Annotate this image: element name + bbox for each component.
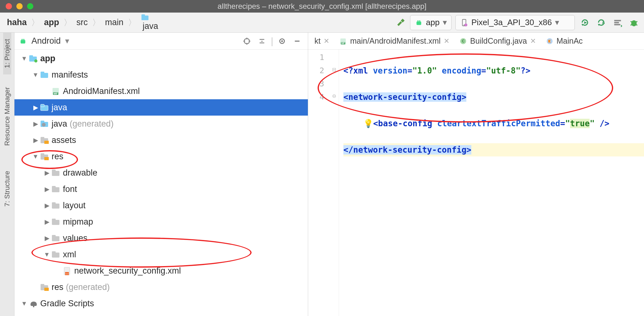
disclosure-arrow-icon[interactable]: ▶ [32,136,39,144]
fold-handle-icon[interactable] [331,76,337,89]
disclosure-arrow-icon[interactable]: ▼ [32,153,39,160]
rail-tab-project[interactable]: 1: Project [3,33,11,74]
tok: ?> [521,66,530,75]
disclosure-arrow-icon[interactable]: ▼ [21,55,28,62]
tree-node-res[interactable]: ▼ res [14,148,308,165]
disclosure-arrow-icon[interactable]: ▶ [43,234,50,242]
rail-tab-structure[interactable]: 7: Structure [3,165,11,213]
folder-icon [51,250,60,259]
panel-settings-button[interactable] [276,35,288,47]
disclosure-arrow-icon[interactable]: ▶ [43,202,50,209]
editor-tab-manifest[interactable]: main/AndroidManifest.xml ✕ [334,33,454,49]
tree-node-xml[interactable]: ▼ xml [14,246,308,263]
project-tree[interactable]: ▼ app ▼ manifests AndroidManifest.xml ▶ … [14,50,308,316]
tree-node-gradle-scripts[interactable]: ▼ Gradle Scripts [14,295,308,312]
chevron-down-icon: ▾ [65,36,69,46]
res-folder-icon [40,282,49,292]
tok: "1.0" [412,66,437,75]
chevron-right-icon: 〉 [64,17,72,28]
tree-node-font[interactable]: ▶ font [14,181,308,197]
tok: network-security-config [348,92,462,102]
code-editor[interactable]: <?xml version="1.0" encoding="utf-8"?> <… [339,50,644,316]
tok: = [560,119,565,128]
tree-node-drawable[interactable]: ▶ drawable [14,165,308,181]
line-number: 3 [308,77,324,90]
disclosure-arrow-icon[interactable]: ▼ [32,71,39,79]
tree-node-java[interactable]: ▶ java [14,99,308,116]
android-icon [415,19,423,27]
chevron-down-icon: ▾ [555,18,559,27]
tree-node-values[interactable]: ▶ values [14,230,308,246]
breadcrumb-module[interactable]: app [44,18,59,27]
tree-label: network_security_config.xml [74,266,181,276]
tree-suffix: (generated) [70,119,114,129]
editor-tab-buildconfig[interactable]: BuildConfig.java ✕ [454,33,541,49]
tree-node-app[interactable]: ▼ app [14,50,308,67]
lightbulb-icon[interactable]: 💡 [363,119,373,128]
tree-node-java-generated[interactable]: ▶ java (generated) [14,116,308,132]
project-view-selector[interactable]: Android [30,36,61,46]
profiler-button[interactable] [611,16,624,29]
close-window-button[interactable] [6,3,12,9]
breadcrumb-main[interactable]: main [105,18,124,27]
disclosure-arrow-icon[interactable]: ▶ [43,218,50,226]
disclosure-arrow-icon[interactable]: ▶ [32,120,39,128]
fold-handles: ⊟ ⊖ [331,50,337,102]
tree-label: assets [52,135,76,145]
tree-node-res-generated[interactable]: res (generated) [14,279,308,295]
hide-panel-button[interactable] [291,35,303,47]
xml-file-icon [62,266,72,275]
tree-suffix: (generated) [66,282,110,292]
tok: </ [343,145,353,155]
breadcrumb-src[interactable]: src [76,18,88,27]
editor-tab-mainactivity[interactable]: MainAc [541,33,588,49]
minimize-window-button[interactable] [16,3,23,9]
fold-handle-icon[interactable]: ⊟ [331,63,337,76]
apply-code-changes-button[interactable] [595,16,608,29]
close-icon[interactable]: ✕ [324,37,329,45]
tree-label: java [52,103,67,112]
tree-node-nsc-file[interactable]: network_security_config.xml [14,263,308,279]
disclosure-arrow-icon[interactable]: ▶ [43,169,50,177]
tok: = [481,66,486,75]
tree-node-manifests[interactable]: ▼ manifests [14,67,308,83]
tree-node-mipmap[interactable]: ▶ mipmap [14,214,308,230]
zoom-window-button[interactable] [27,3,33,9]
tok [437,66,442,75]
module-icon [28,54,38,63]
disclosure-arrow-icon[interactable]: ▶ [43,185,50,193]
collapse-all-button[interactable] [256,35,268,47]
disclosure-arrow-icon[interactable]: ▼ [43,251,50,258]
apply-changes-button[interactable] [579,16,591,29]
run-config-selector[interactable]: app ▾ [410,15,452,30]
tree-label: layout [63,201,86,210]
fold-handle-icon[interactable]: ⊖ [331,89,337,102]
select-opened-file-button[interactable] [241,35,253,47]
chevron-down-icon: ▾ [443,18,447,27]
build-button[interactable] [394,16,406,29]
close-icon[interactable]: ✕ [444,37,449,45]
breadcrumb-root[interactable]: haha [7,18,27,27]
disclosure-arrow-icon[interactable]: ▼ [21,300,28,307]
tree-node-build-gradle[interactable]: build.gradle (Project: alltherecipes) [14,312,308,316]
device-selector[interactable]: Pixel_3a_API_30_x86 ▾ [455,15,575,30]
tree-node-assets[interactable]: ▶ assets [14,132,308,148]
folder-icon [51,184,60,194]
disclosure-arrow-icon[interactable]: ▶ [32,104,39,111]
tree-node-manifest-file[interactable]: AndroidManifest.xml [14,83,308,99]
manifest-file-icon [339,37,347,45]
generated-folder-icon [40,119,49,128]
debug-button[interactable] [628,16,640,29]
editor-tab-kt[interactable]: kt ✕ [309,33,334,49]
tok [343,119,363,128]
tree-label: manifests [52,70,88,80]
tree-node-layout[interactable]: ▶ layout [14,197,308,214]
close-icon[interactable]: ✕ [530,37,536,45]
tok: base-config [378,119,437,128]
rail-tab-resource-manager[interactable]: Resource Manager [3,81,11,152]
tree-label: mipmap [63,217,93,227]
res-folder-icon [40,152,49,161]
fold-handle-icon[interactable] [331,50,337,63]
editor-area: kt ✕ main/AndroidManifest.xml ✕ BuildCon… [308,33,644,316]
breadcrumb-java[interactable]: java [141,13,158,32]
